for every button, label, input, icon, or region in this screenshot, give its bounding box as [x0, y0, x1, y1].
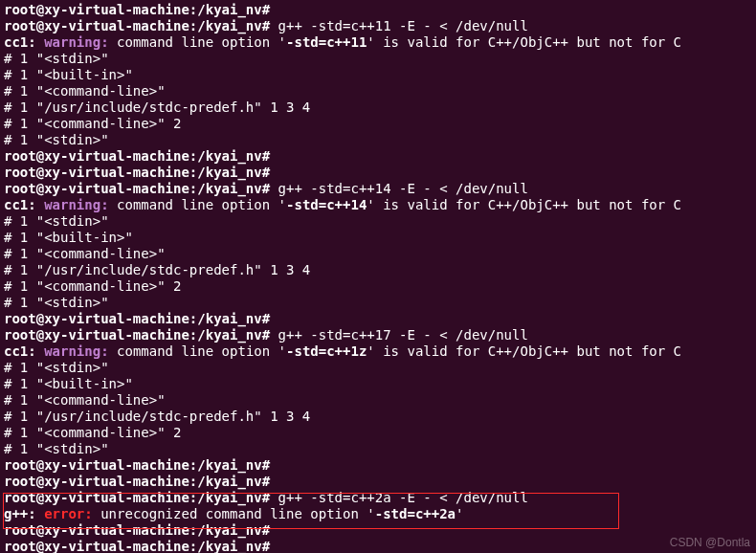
shell-prompt: root@xy-virtual-machine:/kyai_nv# [4, 311, 270, 326]
warn-program: cc1: [4, 197, 36, 212]
err-text-pre: unrecognized command line option ' [93, 506, 375, 521]
shell-prompt: root@xy-virtual-machine:/kyai_nv# [4, 522, 270, 538]
warning-line: cc1: warning: command line option '-std=… [4, 343, 752, 360]
prompt-line[interactable]: root@xy-virtual-machine:/kyai_nv# [4, 311, 752, 327]
preproc-line: # 1 "<command-line>" 2 [4, 278, 752, 295]
preproc-line: # 1 "<stdin>" [4, 213, 752, 230]
preproc-line: # 1 "<stdin>" [4, 51, 752, 67]
preproc-line: # 1 "<built-in>" [4, 230, 752, 246]
warning-line: cc1: warning: command line option '-std=… [4, 34, 752, 51]
preproc-line: # 1 "/usr/include/stdc-predef.h" 1 3 4 [4, 409, 752, 425]
warning-label: warning: [44, 343, 108, 359]
command-text: g++ -std=c++17 -E - < /dev/null [278, 327, 528, 343]
preproc-line: # 1 "<stdin>" [4, 441, 752, 457]
err-text-post: ' [456, 506, 463, 521]
cmd-line-c14[interactable]: root@xy-virtual-machine:/kyai_nv# g++ -s… [4, 181, 752, 197]
prompt-line[interactable]: root@xy-virtual-machine:/kyai_nv# [4, 2, 752, 18]
shell-prompt: root@xy-virtual-machine:/kyai_nv# [4, 327, 270, 343]
prompt-line[interactable]: root@xy-virtual-machine:/kyai_nv# [4, 539, 752, 553]
shell-prompt: root@xy-virtual-machine:/kyai_nv# [4, 148, 270, 164]
command-text: g++ -std=c++14 -E - < /dev/null [278, 181, 528, 196]
shell-prompt: root@xy-virtual-machine:/kyai_nv# [4, 18, 270, 33]
prompt-line[interactable]: root@xy-virtual-machine:/kyai_nv# [4, 165, 752, 181]
warning-line: cc1: warning: command line option '-std=… [4, 197, 752, 213]
prompt-line[interactable]: root@xy-virtual-machine:/kyai_nv# [4, 457, 752, 474]
preproc-line: # 1 "<built-in>" [4, 376, 752, 392]
preproc-line: # 1 "<command-line>" [4, 392, 752, 409]
warn-text-post: ' is valid for C++/ObjC++ but not for C [367, 343, 681, 359]
preproc-line: # 1 "<command-line>" 2 [4, 116, 752, 132]
err-option: -std=c++2a [375, 506, 456, 521]
prompt-line[interactable]: root@xy-virtual-machine:/kyai_nv# [4, 522, 752, 539]
error-line: g++: error: unrecognized command line op… [4, 506, 752, 522]
prompt-line[interactable]: root@xy-virtual-machine:/kyai_nv# [4, 148, 752, 165]
shell-prompt: root@xy-virtual-machine:/kyai_nv# [4, 165, 270, 180]
warn-option: -std=c++11 [286, 34, 367, 50]
warn-option: -std=c++14 [286, 197, 367, 212]
warn-text-pre: command line option ' [109, 197, 286, 212]
shell-prompt: root@xy-virtual-machine:/kyai_nv# [4, 2, 270, 17]
shell-prompt: root@xy-virtual-machine:/kyai_nv# [4, 539, 270, 553]
warning-label: warning: [44, 34, 108, 50]
cmd-line-c17[interactable]: root@xy-virtual-machine:/kyai_nv# g++ -s… [4, 327, 752, 343]
preproc-line: # 1 "<command-line>" [4, 83, 752, 100]
warn-text-pre: command line option ' [109, 34, 286, 50]
preproc-line: # 1 "<command-line>" 2 [4, 425, 752, 441]
warn-program: cc1: [4, 34, 36, 50]
preproc-line: # 1 "<stdin>" [4, 295, 752, 311]
preproc-line: # 1 "<built-in>" [4, 67, 752, 83]
terminal-output: root@xy-virtual-machine:/kyai_nv# root@x… [0, 0, 756, 553]
shell-prompt: root@xy-virtual-machine:/kyai_nv# [4, 474, 270, 489]
command-text: g++ -std=c++11 -E - < /dev/null [278, 18, 528, 33]
prompt-line[interactable]: root@xy-virtual-machine:/kyai_nv# [4, 474, 752, 490]
preproc-line: # 1 "<stdin>" [4, 360, 752, 376]
error-label: error: [44, 506, 93, 521]
watermark: CSDN @Dontla [670, 535, 750, 551]
shell-prompt: root@xy-virtual-machine:/kyai_nv# [4, 490, 270, 505]
preproc-line: # 1 "<stdin>" [4, 132, 752, 148]
warn-text-post: ' is valid for C++/ObjC++ but not for C [367, 34, 681, 50]
preproc-line: # 1 "/usr/include/stdc-predef.h" 1 3 4 [4, 262, 752, 278]
preproc-line: # 1 "/usr/include/stdc-predef.h" 1 3 4 [4, 100, 752, 116]
command-text: g++ -std=c++2a -E - < /dev/null [278, 490, 528, 505]
shell-prompt: root@xy-virtual-machine:/kyai_nv# [4, 181, 270, 196]
warn-program: cc1: [4, 343, 36, 359]
cmd-line-c2a[interactable]: root@xy-virtual-machine:/kyai_nv# g++ -s… [4, 490, 752, 506]
cmd-line-c11[interactable]: root@xy-virtual-machine:/kyai_nv# g++ -s… [4, 18, 752, 34]
warn-text-pre: command line option ' [109, 343, 286, 359]
warn-option: -std=c++1z [286, 343, 367, 359]
warning-label: warning: [44, 197, 108, 212]
preproc-line: # 1 "<command-line>" [4, 246, 752, 262]
warn-text-post: ' is valid for C++/ObjC++ but not for C [367, 197, 681, 212]
err-program: g++: [4, 506, 36, 521]
shell-prompt: root@xy-virtual-machine:/kyai_nv# [4, 457, 270, 473]
